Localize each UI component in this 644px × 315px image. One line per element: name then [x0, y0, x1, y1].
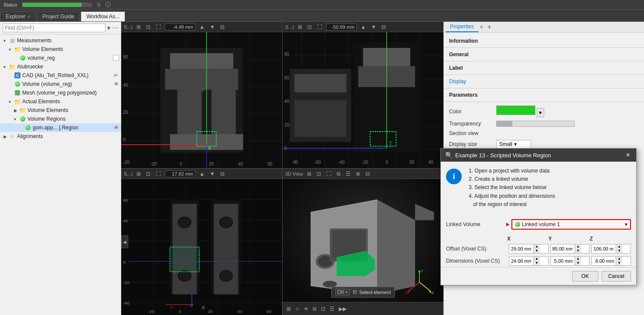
vp-br-grid-btn[interactable]: ⊞	[306, 170, 313, 178]
tree-item-volume-elements[interactable]: ▾ 📁 Volume Elements	[0, 45, 121, 54]
expand-vol-regions[interactable]: ▾	[14, 117, 19, 122]
viewport-bottom-right[interactable]: 3D View ⊞ ⊡ ⛶ ⧉ ☰ ⊕ ⊟	[283, 169, 443, 315]
tree-item-alubruecke[interactable]: ▾ 📁 Alubruecke	[0, 62, 121, 71]
tree-item-volume-reg[interactable]: volume_reg	[0, 54, 121, 62]
offset-x-spinbox[interactable]: 29.00 mm ▲ ▼	[509, 244, 549, 254]
offset-x-up[interactable]: ▲	[534, 244, 540, 249]
transparency-bar[interactable]	[496, 121, 575, 127]
ok-button[interactable]: OK	[572, 271, 598, 281]
tab-properties-close[interactable]: ×	[478, 24, 485, 30]
info-icon[interactable]: ⓘ	[105, 1, 111, 9]
offset-x-input[interactable]: 29.00 mm	[509, 245, 533, 252]
search-input[interactable]	[3, 24, 106, 32]
vp-tr-spindown[interactable]: ▼	[370, 23, 378, 31]
vp-tr-frame-btn[interactable]: ⊡	[306, 23, 313, 31]
vp-br-tb-list[interactable]: ☰	[328, 305, 336, 313]
vp-br-split-btn[interactable]: ⧉	[335, 170, 342, 178]
expand-actual[interactable]: ▾	[9, 99, 14, 104]
vp-bl-spinup[interactable]: ▲	[198, 170, 206, 178]
expand-vol-sub[interactable]: ▶	[14, 108, 19, 113]
vp-tr-full-btn[interactable]: ⛶	[316, 23, 324, 31]
tree-item-alignments[interactable]: ▶ ⊹ Alignments	[0, 132, 121, 141]
tab-properties[interactable]: Properties	[446, 22, 478, 32]
viewport-top-left[interactable]: S...) ⊞ ⊡ ⛶ -4.48 mm ▲ ▼ ⊟	[121, 22, 282, 168]
offset-z-down[interactable]: ▼	[616, 249, 622, 253]
vp-br-tb-grid[interactable]: ⊞	[285, 305, 292, 313]
vp-tl-spindown[interactable]: ▼	[208, 23, 216, 31]
offset-y-up[interactable]: ▲	[575, 244, 581, 249]
tab-explorer-close[interactable]: ×	[28, 14, 31, 19]
offset-z-input[interactable]: 106.00 mm	[592, 245, 616, 252]
linked-volume-select[interactable]: Linked volume 1 ▾	[511, 219, 631, 230]
dim-y-input[interactable]: 5.00 mm	[551, 257, 575, 264]
dialog-close-btn[interactable]: ×	[624, 151, 632, 159]
tab-add-btn[interactable]: +	[485, 22, 494, 32]
dim-y-up[interactable]: ▲	[575, 257, 581, 261]
dim-z-up[interactable]: ▲	[616, 257, 622, 261]
vp-tl-spinup[interactable]: ▲	[198, 23, 206, 31]
dim-x-spinbox[interactable]: 24.00 mm ▲ ▼	[509, 256, 549, 266]
cancel-button[interactable]: Cancel	[602, 271, 631, 281]
offset-y-down[interactable]: ▼	[575, 249, 581, 253]
tab-project-guide[interactable]: Project Guide	[37, 11, 80, 21]
offset-y-spinbox[interactable]: 85.00 mm ▲ ▼	[550, 244, 590, 254]
tree-item-mesh[interactable]: Mesh (volume_reg polygonized)	[0, 88, 121, 97]
expand-volume-elements[interactable]: ▾	[9, 47, 14, 52]
vp-bl-frame-btn[interactable]: ⊡	[145, 170, 152, 178]
vp-bl-arrow-btn[interactable]: ◀	[121, 236, 128, 248]
dim-y-down[interactable]: ▼	[575, 261, 581, 265]
cad-edit-btn[interactable]: ✏	[113, 72, 119, 78]
expand-alubruecke[interactable]: ▾	[3, 64, 9, 69]
vp-br-tb-frame[interactable]: ⊹	[294, 305, 301, 313]
expand-alignments[interactable]: ▶	[3, 134, 9, 139]
vp-tl-frame-btn[interactable]: ⊡	[145, 23, 152, 31]
vp-bl-spindown[interactable]: ▼	[208, 170, 216, 178]
vp-br-extra-btn[interactable]: ⊕	[354, 170, 361, 178]
vp-br-layers-btn[interactable]: ☰	[344, 170, 352, 178]
vp-br-tb-rect[interactable]: ⊡	[320, 305, 327, 313]
tab-workflow[interactable]: Workflow As...	[81, 11, 125, 21]
vp-bl-minimize[interactable]: ⊟	[219, 170, 226, 178]
vp-bl-full-btn[interactable]: ⛶	[154, 170, 162, 178]
dim-z-spinbox[interactable]: 8.00 mm ▲ ▼	[591, 256, 631, 266]
vp-tr-spinup[interactable]: ▲	[359, 23, 367, 31]
tree-item-vol-regions[interactable]: ▾ Volume Regions	[0, 115, 121, 123]
offset-z-spinbox[interactable]: 106.00 mm ▲ ▼	[591, 244, 631, 254]
tree-item-actual-elements[interactable]: ▾ 📁 Actual Elements	[0, 97, 121, 106]
tree-item-volume-reg2[interactable]: Volume (volume_reg) 👁	[0, 80, 121, 88]
vp-br-tb-cross[interactable]: ✛	[303, 305, 310, 313]
vp-br-tb-more[interactable]: ▶▶	[337, 305, 348, 313]
vp-br-minimize[interactable]: ⊟	[364, 170, 371, 178]
vp-br-frame-btn[interactable]: ⊡	[315, 170, 322, 178]
viewport-bottom-left[interactable]: ◀ S...) ⊞ ⊡ ⛶ 17.82 mm ▲ ▼ ⊟	[121, 169, 282, 315]
color-dropdown-btn[interactable]: ▾	[537, 108, 544, 117]
dim-z-down[interactable]: ▼	[616, 261, 622, 265]
tree-item-cad[interactable]: C CAD (Alu_Teil_Rohteil_XXL) ✏	[0, 71, 121, 80]
vp-tl-full-btn[interactable]: ⛶	[154, 23, 162, 31]
vp-bl-grid-btn[interactable]: ⊞	[135, 170, 142, 178]
linked-vol-dropdown[interactable]: ▾	[625, 221, 627, 227]
search-filter-btn[interactable]: ▾	[107, 24, 110, 31]
offset-z-up[interactable]: ▲	[616, 244, 622, 249]
viewport-top-right[interactable]: S...) ⊞ ⊡ ⛶ -50.89 mm ▲ ▼ ⊟	[283, 22, 443, 168]
search-options-btn[interactable]: ⋯	[112, 24, 118, 31]
vp-br-tb-link[interactable]: ⧉	[311, 305, 318, 313]
dim-y-spinbox[interactable]: 5.00 mm ▲ ▼	[550, 256, 590, 266]
vp-tr-minimize[interactable]: ⊟	[380, 23, 387, 31]
dim-x-input[interactable]: 24.00 mm	[509, 257, 533, 264]
vp-tl-minimize[interactable]: ⊟	[219, 23, 226, 31]
volume-reg2-eye[interactable]: 👁	[114, 81, 119, 87]
offset-y-input[interactable]: 85.00 mm	[551, 245, 575, 252]
vp-tr-grid-btn[interactable]: ⊞	[296, 23, 303, 31]
tree-item-vol-elements-sub[interactable]: ▶ 📁 Volume Elements	[0, 106, 121, 115]
dim-z-input[interactable]: 8.00 mm	[592, 257, 616, 264]
vp-br-full-btn[interactable]: ⛶	[325, 170, 333, 178]
dim-x-down[interactable]: ▼	[534, 261, 540, 265]
tree-item-measurements[interactable]: ▾ ⊞ Measurements	[0, 36, 121, 45]
display-size-dropdown[interactable]: Small ▾	[496, 140, 531, 149]
tab-explorer[interactable]: Explorer ×	[0, 11, 36, 21]
offset-x-down[interactable]: ▼	[534, 249, 540, 253]
volume-reg-checkbox[interactable]	[113, 55, 119, 61]
color-swatch-btn[interactable]	[496, 105, 535, 115]
dim-x-up[interactable]: ▲	[534, 257, 540, 261]
